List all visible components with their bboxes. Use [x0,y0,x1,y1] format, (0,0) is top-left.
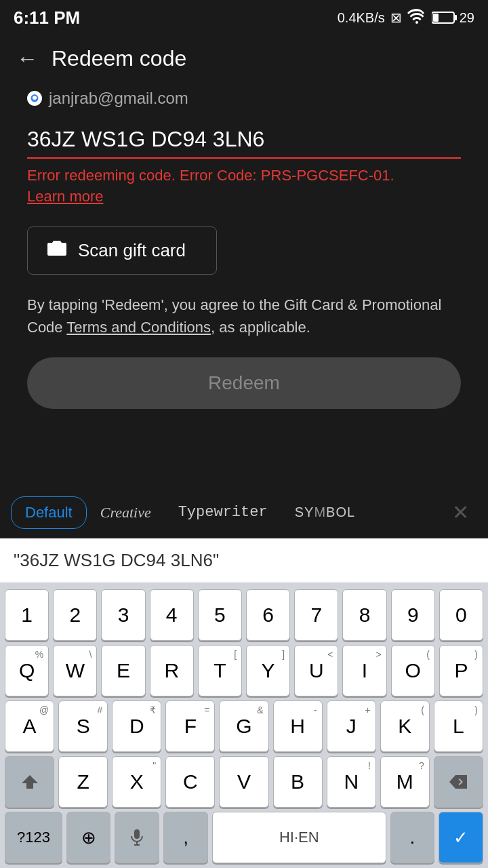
status-bar: 6:11 PM 0.4KB/s ⊠ 29 [0,0,488,35]
tab-creative[interactable]: Creative [87,497,165,528]
svg-rect-1 [454,15,457,20]
tab-default[interactable]: Default [11,496,87,529]
key-0[interactable]: 0 [439,589,483,641]
error-message: Error redeeming code. Error Code: PRS-PG… [27,165,461,208]
svg-rect-2 [433,14,439,22]
bottom-row: ?123 ⊕ , HI·EN . ✓ [3,810,485,865]
code-input[interactable] [27,121,461,159]
account-email: janjrab@gmail.com [49,89,188,108]
redeem-button[interactable]: Redeem [27,357,461,409]
status-time: 6:11 PM [14,7,80,28]
key-u[interactable]: <U [294,645,338,696]
key-d[interactable]: ₹D [112,701,161,752]
key-g[interactable]: &G [219,701,268,752]
key-n[interactable]: !N [327,756,376,808]
tab-typewriter[interactable]: Typewriter [165,497,281,528]
key-h[interactable]: -H [273,701,323,752]
font-tab-close-button[interactable]: ✕ [444,495,477,530]
network-speed: 0.4KB/s [338,10,385,26]
key-o[interactable]: (O [391,645,435,696]
space-key[interactable]: HI·EN [212,812,386,863]
key-f[interactable]: =F [165,701,215,752]
shift-button[interactable] [5,756,54,808]
key-j[interactable]: +J [327,701,376,752]
period-key[interactable]: . [390,812,435,863]
backspace-button[interactable] [434,756,483,808]
clipboard-preview[interactable]: "36JZ WS1G DC94 3LN6" [14,550,219,571]
key-1[interactable]: 1 [5,589,49,641]
google-icon [27,91,42,106]
key-m[interactable]: ?M [380,756,430,808]
asdf-row: @A #S ₹D =F &G -H +J (K )L [3,698,485,754]
svg-point-3 [27,91,42,106]
key-7[interactable]: 7 [294,589,338,641]
key-l[interactable]: )L [434,701,483,752]
font-tabs: Default Creative Typewriter SYMBOL ✕ [0,487,488,538]
camera-icon [47,239,67,262]
email-row: janjrab@gmail.com [27,89,461,108]
qwerty-row: %Q \W E R [T ]Y <U >I (O )P [3,643,485,698]
key-z[interactable]: Z [58,756,108,808]
code-input-wrapper[interactable] [27,121,461,159]
key-8[interactable]: 8 [342,589,386,641]
emoji-button[interactable]: ☺ [452,548,474,573]
key-k[interactable]: (K [380,701,430,752]
key-9[interactable]: 9 [391,589,435,641]
terms-link[interactable]: Terms and Conditions [66,319,211,336]
learn-more-link[interactable]: Learn more [27,188,104,205]
key-i[interactable]: >I [342,645,386,696]
svg-rect-4 [134,829,140,839]
content-area: janjrab@gmail.com Error redeeming code. … [0,82,488,422]
key-s[interactable]: #S [58,701,108,752]
key-b[interactable]: B [273,756,323,808]
globe-button[interactable]: ⊕ [66,812,111,863]
key-r[interactable]: R [150,645,194,696]
key-a[interactable]: @A [5,701,54,752]
header: ← Redeem code [0,35,488,82]
key-v[interactable]: V [219,756,268,808]
back-button[interactable]: ← [16,46,38,71]
scan-btn-label: Scan gift card [78,240,186,261]
key-w[interactable]: \W [53,645,97,696]
key-t[interactable]: [T [198,645,242,696]
key-y[interactable]: ]Y [246,645,290,696]
key-6[interactable]: 6 [246,589,290,641]
signal-block-icon: ⊠ [390,9,402,26]
keyboard-container: Default Creative Typewriter SYMBOL ✕ "36… [0,487,488,868]
tab-symbol[interactable]: SYMBOL [281,498,369,527]
key-c[interactable]: C [165,756,215,808]
scan-gift-card-button[interactable]: Scan gift card [27,226,217,275]
number-row: 1 2 3 4 5 6 7 8 9 0 [3,587,485,643]
key-x[interactable]: "X [112,756,161,808]
page-title: Redeem code [52,46,186,71]
status-icons: 0.4KB/s ⊠ 29 [338,9,474,27]
enter-button[interactable]: ✓ [439,812,483,863]
key-e[interactable]: E [101,645,145,696]
error-text: Error redeeming code. Error Code: PRS-PG… [27,167,394,184]
clipboard-bar: "36JZ WS1G DC94 3LN6" ☺ [0,538,488,583]
zxcv-row: Z "X C V B !N ?M [3,754,485,810]
mic-button[interactable] [115,812,159,863]
key-4[interactable]: 4 [150,589,194,641]
keyboard-rows: 1 2 3 4 5 6 7 8 9 0 %Q \W E R [T ]Y <U >… [0,583,488,868]
battery-icon: 29 [432,10,474,26]
comma-key[interactable]: , [163,812,208,863]
numeric-switch-button[interactable]: ?123 [5,812,62,863]
wifi-icon [407,9,426,27]
key-p[interactable]: )P [439,645,483,696]
key-5[interactable]: 5 [198,589,242,641]
terms-text: By tapping 'Redeem', you agree to the Gi… [27,294,461,338]
terms-text2: , as applicable. [211,319,310,336]
key-3[interactable]: 3 [101,589,145,641]
key-2[interactable]: 2 [53,589,97,641]
key-q[interactable]: %Q [5,645,49,696]
